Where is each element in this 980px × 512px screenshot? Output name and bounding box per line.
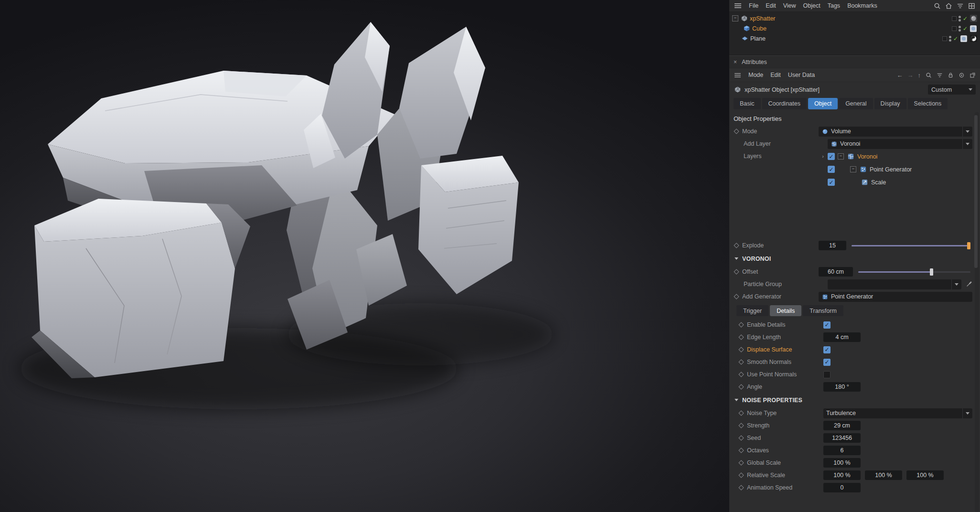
smooth-normals-checkbox[interactable] (823, 359, 831, 366)
tab-display[interactable]: Display (874, 98, 906, 109)
object-row-plane[interactable]: Plane ✓ (729, 33, 980, 43)
tab-details[interactable]: Details (770, 305, 801, 316)
scrollbar[interactable] (975, 112, 979, 512)
tab-general[interactable]: General (839, 98, 873, 109)
global-scale-input[interactable]: 100 % (823, 458, 861, 468)
viewport-3d[interactable] (0, 0, 729, 512)
displace-surface-checkbox[interactable] (823, 346, 831, 353)
menu-tags[interactable]: Tags (828, 2, 840, 9)
add-layer-select[interactable]: Voronoi (828, 139, 972, 149)
attr-menu-mode[interactable]: Mode (748, 72, 763, 78)
enable-details-checkbox[interactable] (823, 321, 831, 329)
tab-coordinates[interactable]: Coordinates (762, 98, 807, 109)
edge-length-input[interactable]: 4 cm (823, 332, 861, 342)
relative-scale-y-input[interactable]: 100 % (865, 470, 902, 480)
close-icon[interactable]: × (734, 59, 737, 65)
octaves-input[interactable]: 6 (823, 446, 861, 455)
enabled-check-icon[interactable]: ✓ (963, 16, 968, 21)
section-title[interactable]: VORONOI (742, 256, 771, 262)
layer-checkbox[interactable] (828, 153, 835, 160)
layer-checkbox[interactable] (828, 179, 835, 186)
visibility-dots-icon[interactable] (959, 26, 961, 32)
collapse-icon[interactable]: − (850, 166, 856, 172)
keyframe-diamond-icon[interactable] (734, 243, 739, 248)
explode-slider[interactable] (852, 245, 970, 246)
filter-icon[interactable] (956, 2, 964, 10)
particle-group-select[interactable] (828, 279, 961, 289)
keyframe-diamond-icon[interactable] (738, 384, 744, 389)
menu-file[interactable]: File (749, 2, 758, 9)
layer-tree-row-point-generator[interactable]: − Point Generator (828, 163, 972, 176)
angle-input[interactable]: 180 ° (823, 382, 861, 392)
slider-handle[interactable] (967, 242, 970, 249)
mode-select[interactable]: Volume (819, 127, 972, 137)
offset-input[interactable]: 60 cm (819, 267, 853, 277)
chevron-down-icon[interactable] (735, 257, 738, 260)
keyframe-diamond-icon[interactable] (734, 294, 739, 299)
phong-tag-icon[interactable] (960, 35, 968, 43)
hamburger-icon[interactable] (734, 71, 741, 79)
visibility-dots-icon[interactable] (949, 36, 951, 42)
strength-input[interactable]: 29 cm (823, 421, 861, 430)
add-generator-link-field[interactable]: Point Generator (819, 292, 972, 302)
eyedropper-icon[interactable] (966, 281, 972, 288)
tab-selections[interactable]: Selections (908, 98, 948, 109)
home-icon[interactable] (945, 2, 952, 10)
seed-input[interactable]: 123456 (823, 433, 861, 443)
tab-transform[interactable]: Transform (803, 305, 843, 316)
attr-menu-edit[interactable]: Edit (770, 72, 781, 78)
keyframe-diamond-icon[interactable] (738, 372, 744, 377)
layer-name[interactable]: Voronoi (857, 153, 877, 160)
hamburger-icon[interactable] (734, 2, 742, 10)
keyframe-diamond-icon[interactable] (738, 359, 744, 364)
menu-view[interactable]: View (783, 2, 796, 9)
layer-swatch-icon[interactable] (952, 16, 957, 21)
section-title[interactable]: NOISE PROPERTIES (742, 397, 802, 404)
chevron-down-icon[interactable] (735, 399, 738, 401)
chevron-right-icon[interactable]: › (822, 153, 828, 159)
target-icon[interactable] (958, 72, 965, 78)
layer-checkbox[interactable] (828, 166, 835, 173)
keyframe-diamond-icon[interactable] (738, 410, 744, 416)
offset-slider[interactable] (858, 271, 970, 273)
search-icon[interactable] (925, 72, 932, 78)
explode-input[interactable]: 15 (819, 241, 846, 250)
tab-basic[interactable]: Basic (734, 98, 761, 109)
search-icon[interactable] (933, 2, 941, 10)
arrow-left-icon[interactable]: ← (897, 72, 903, 78)
menu-edit[interactable]: Edit (766, 2, 776, 9)
popout-icon[interactable] (969, 72, 976, 78)
keyframe-diamond-icon[interactable] (738, 423, 744, 428)
object-row-cube[interactable]: Cube ✓ (729, 23, 980, 33)
relative-scale-z-input[interactable]: 100 % (906, 470, 944, 480)
slider-handle[interactable] (930, 268, 933, 276)
layer-name[interactable]: Point Generator (870, 166, 912, 173)
menu-bookmarks[interactable]: Bookmarks (847, 2, 877, 9)
visibility-dots-icon[interactable] (959, 16, 961, 21)
arrow-right-icon[interactable]: → (907, 72, 914, 78)
tab-trigger[interactable]: Trigger (736, 305, 768, 316)
object-name[interactable]: xpShatter (750, 15, 776, 22)
layer-swatch-icon[interactable] (952, 26, 957, 31)
keyframe-diamond-icon[interactable] (738, 435, 744, 440)
collapse-icon[interactable]: − (838, 153, 844, 160)
preset-dropdown[interactable]: Custom (928, 85, 976, 95)
use-point-normals-checkbox[interactable] (823, 371, 831, 378)
lock-icon[interactable] (947, 72, 954, 78)
keyframe-diamond-icon[interactable] (734, 128, 739, 134)
layer-tree-row-voronoi[interactable]: − Voronoi (828, 150, 972, 163)
relative-scale-x-input[interactable]: 100 % (823, 470, 861, 480)
layer-tree-row-scale[interactable]: Scale (828, 176, 972, 189)
arrow-up-icon[interactable]: ↑ (918, 72, 921, 78)
texture-tag-icon[interactable] (969, 15, 977, 22)
filter-icon[interactable] (936, 72, 943, 78)
keyframe-diamond-icon[interactable] (738, 347, 744, 352)
checker-tag-icon[interactable] (969, 35, 977, 43)
enabled-check-icon[interactable]: ✓ (963, 26, 968, 32)
layer-swatch-icon[interactable] (942, 36, 947, 41)
object-row-xpshatter[interactable]: − xpShatter ✓ (729, 13, 980, 23)
keyframe-diamond-icon[interactable] (738, 448, 744, 453)
collapse-icon[interactable]: − (732, 15, 738, 21)
enabled-check-icon[interactable]: ✓ (953, 36, 958, 42)
keyframe-diamond-icon[interactable] (738, 334, 744, 340)
